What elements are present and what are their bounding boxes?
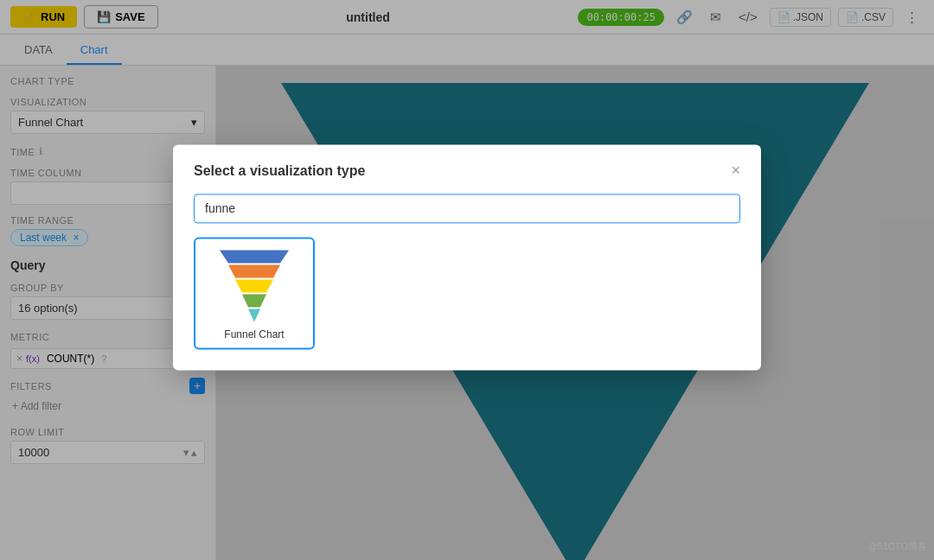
modal-header: Select a visualization type × bbox=[194, 162, 740, 180]
svg-marker-4 bbox=[248, 309, 260, 321]
svg-marker-1 bbox=[228, 264, 280, 277]
modal-title: Select a visualization type bbox=[194, 163, 365, 179]
visualization-type-modal: Select a visualization type × Funnel Cha… bbox=[173, 144, 761, 370]
svg-marker-3 bbox=[242, 294, 266, 307]
chart-grid: Funnel Chart bbox=[194, 237, 740, 349]
funnel-chart-label: Funnel Chart bbox=[224, 328, 284, 340]
search-input[interactable] bbox=[194, 194, 740, 223]
svg-marker-0 bbox=[220, 250, 289, 263]
funnel-chart-icon bbox=[211, 245, 297, 323]
svg-marker-2 bbox=[235, 279, 273, 292]
modal-close-button[interactable]: × bbox=[731, 162, 740, 180]
funnel-chart-card[interactable]: Funnel Chart bbox=[194, 237, 315, 349]
